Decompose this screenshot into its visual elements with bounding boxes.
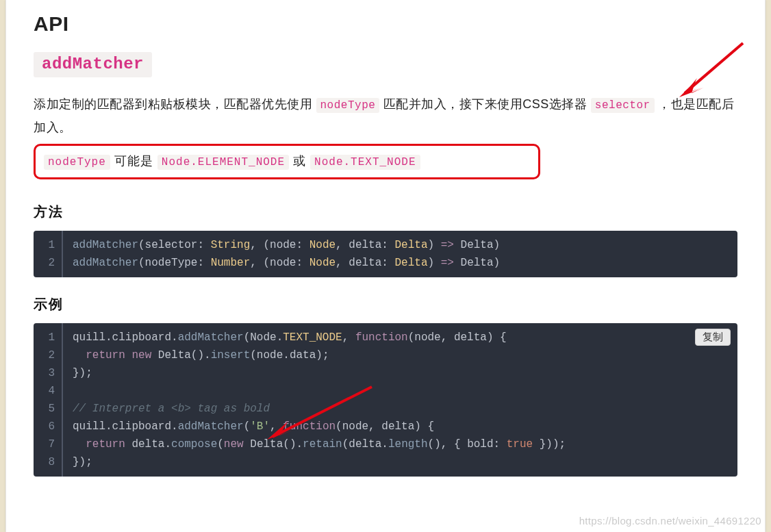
highlight-t1: 可能是 <box>110 154 157 168</box>
line-number: 1 <box>34 231 62 254</box>
line-number: 2 <box>34 346 62 364</box>
code-line <box>62 382 737 400</box>
code-line: quill.clipboard.addMatcher(Node.TEXT_NOD… <box>62 323 737 346</box>
code-line: // Interpret a <b> tag as bold <box>62 400 737 418</box>
desc-text-2: 匹配并加入，接下来使用CSS选择器 <box>379 97 591 111</box>
code-line: addMatcher(nodeType: Number, (node: Node… <box>62 254 737 277</box>
code-line: quill.clipboard.addMatcher('B', function… <box>62 418 737 435</box>
description-paragraph: 添加定制的匹配器到粘贴板模块，匹配器优先使用 nodeType 匹配并加入，接下… <box>34 92 737 140</box>
copy-button[interactable]: 复制 <box>695 329 731 346</box>
line-number: 1 <box>34 323 62 346</box>
code-line: }); <box>62 364 737 382</box>
line-number: 4 <box>34 382 62 400</box>
highlight-t2: 或 <box>289 154 310 168</box>
code-line: addMatcher(selector: String, (node: Node… <box>62 231 737 254</box>
heading-method: 方法 <box>34 203 737 221</box>
code-line: return delta.compose(new Delta().retain(… <box>62 435 737 453</box>
line-number: 8 <box>34 453 62 477</box>
desc-text-1: 添加定制的匹配器到粘贴板模块，匹配器优先使用 <box>34 97 316 111</box>
code-line: }); <box>62 453 737 477</box>
highlight-text: nodeType 可能是 Node.ELEMENT_NODE 或 Node.TE… <box>44 154 420 168</box>
line-number: 3 <box>34 364 62 382</box>
line-number: 7 <box>34 435 62 453</box>
inline-code-nodetype-2: nodeType <box>44 155 110 170</box>
inline-code-nodetype: nodeType <box>316 98 380 113</box>
codeblock-example: 复制 1 quill.clipboard.addMatcher(Node.TEX… <box>34 323 737 477</box>
inline-code-selector: selector <box>591 98 655 113</box>
inline-code-element-node: Node.ELEMENT_NODE <box>157 155 289 170</box>
document-sheet: API addMatcher 添加定制的匹配器到粘贴板模块，匹配器优先使用 no… <box>5 0 766 532</box>
watermark-text: https://blog.csdn.net/weixin_44691220 <box>579 515 761 527</box>
heading-api: API <box>34 12 737 36</box>
highlight-box: nodeType 可能是 Node.ELEMENT_NODE 或 Node.TE… <box>34 144 540 179</box>
heading-addmatcher: addMatcher <box>34 52 152 77</box>
line-number: 6 <box>34 418 62 435</box>
codeblock-method: 1 addMatcher(selector: String, (node: No… <box>34 231 737 277</box>
line-number: 2 <box>34 254 62 277</box>
code-line: return new Delta().insert(node.data); <box>62 346 737 364</box>
page-root: API addMatcher 添加定制的匹配器到粘贴板模块，匹配器优先使用 no… <box>0 0 771 532</box>
inline-code-text-node: Node.TEXT_NODE <box>310 155 420 170</box>
line-number: 5 <box>34 400 62 418</box>
heading-example: 示例 <box>34 295 737 314</box>
